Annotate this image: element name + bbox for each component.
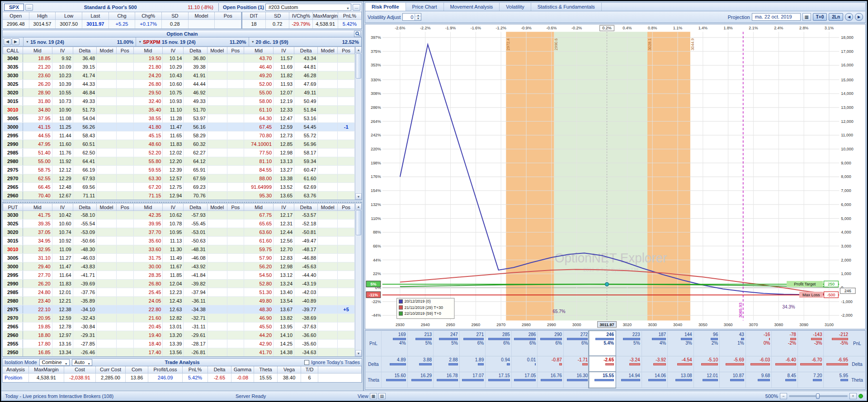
layout-list-icon[interactable]: ▤	[378, 393, 386, 399]
chain-cell[interactable]: 34.95	[23, 237, 52, 245]
chain-cell[interactable]	[116, 323, 133, 331]
chain-cell[interactable]: 59.55	[133, 166, 163, 174]
chain-cell[interactable]: 24.80	[23, 288, 52, 297]
chain-cell[interactable]	[338, 271, 355, 280]
prev-expiration-button[interactable]: ◀	[4, 38, 11, 45]
chain-cell[interactable]: 56.20	[244, 262, 274, 271]
chain-column-header[interactable]: IV	[274, 47, 294, 54]
chain-cell[interactable]: 64.30	[244, 114, 274, 123]
chain-cell[interactable]	[227, 237, 244, 245]
chain-cell[interactable]: 20.95	[23, 314, 52, 323]
chain-cell[interactable]: 3025	[3, 80, 23, 89]
chain-cell[interactable]: 31.75	[133, 254, 163, 262]
chain-cell[interactable]: 88.00	[244, 174, 274, 183]
chain-cell[interactable]	[338, 331, 355, 340]
expiration-group-3[interactable]: ▼20 dic. 19 (59)12.52%	[249, 37, 362, 46]
ignore-trades-checkbox[interactable]	[304, 360, 309, 365]
chain-cell[interactable]: 70.40	[23, 192, 52, 200]
chain-cell[interactable]	[338, 149, 355, 157]
chain-cell[interactable]: 37.05	[23, 228, 52, 237]
chain-cell[interactable]	[116, 331, 133, 340]
chain-cell[interactable]	[116, 220, 133, 228]
chain-cell[interactable]	[338, 237, 355, 245]
chain-cell[interactable]: 74.10001	[244, 140, 274, 149]
chain-cell[interactable]	[227, 340, 244, 348]
chain-column-header[interactable]: IV	[163, 47, 184, 54]
expiration-group-1[interactable]: ▼15 nov. 19 (24)11.00%	[24, 37, 136, 46]
isolation-mode-select[interactable]: Combine	[39, 359, 70, 366]
chain-cell[interactable]: 41.80	[133, 123, 163, 131]
chain-column-header[interactable]: IV	[274, 204, 294, 211]
chain-cell[interactable]	[338, 166, 355, 174]
chain-cell[interactable]: 55.00	[244, 89, 274, 97]
chain-cell[interactable]: 59.75	[244, 245, 274, 254]
chain-column-header[interactable]: Delta	[73, 204, 96, 211]
chain-cell[interactable]	[227, 89, 244, 97]
chain-cell[interactable]	[116, 245, 133, 254]
chain-cell[interactable]	[338, 254, 355, 262]
chain-cell[interactable]	[116, 71, 133, 80]
chain-cell[interactable]	[116, 271, 133, 280]
tab-movement-analysis[interactable]: Movement Analysis	[444, 3, 500, 11]
chain-cell[interactable]: 26.20	[23, 80, 52, 89]
chain-cell[interactable]: 42.90	[244, 340, 274, 348]
chain-cell[interactable]: 38.55	[133, 114, 163, 123]
chain-cell[interactable]	[116, 305, 133, 314]
chain-cell[interactable]	[227, 63, 244, 71]
chain-cell[interactable]	[227, 245, 244, 254]
chain-cell[interactable]	[227, 54, 244, 63]
option-row-call-3005[interactable]: 300537.9511.0854.0438.5511.2853.9764.301…	[3, 114, 355, 123]
chain-cell[interactable]	[227, 228, 244, 237]
chain-cell[interactable]: 2990	[3, 280, 23, 288]
option-row-put-2975[interactable]: 297522.1012.38-34.1022.8012.63-34.3848.3…	[3, 305, 355, 314]
chain-cell[interactable]: 2995	[3, 131, 23, 140]
chain-cell[interactable]: 63.30	[133, 174, 163, 183]
chain-cell[interactable]: 32.40	[133, 97, 163, 106]
chain-cell[interactable]	[338, 140, 355, 149]
chain-cell[interactable]: 84.55	[244, 166, 274, 174]
option-row-put-2955[interactable]: 295517.8013.16-27.8518.4013.39-28.1742.9…	[3, 340, 355, 348]
option-row-put-2990[interactable]: 299026.2011.83-39.6926.8012.04-39.8252.8…	[3, 280, 355, 288]
spin-down-icon[interactable]: ▼	[415, 17, 421, 20]
chain-cell[interactable]: 25.45	[133, 288, 163, 297]
chain-cell[interactable]: 41.15	[23, 123, 52, 131]
chain-cell[interactable]: 55.80	[133, 157, 163, 166]
zoom-slider-knob[interactable]	[816, 393, 820, 399]
chain-column-header[interactable]: Mid	[133, 204, 163, 211]
chain-cell[interactable]: 91.64999	[244, 183, 274, 192]
option-row-put-2960[interactable]: 296018.8012.97-29.3119.4013.20-29.6144.2…	[3, 331, 355, 340]
chain-cell[interactable]: 31.10	[23, 254, 52, 262]
option-row-call-2980[interactable]: 298055.0011.9264.4155.8012.2064.1281.101…	[3, 157, 355, 166]
chain-column-header[interactable]: Model	[97, 47, 117, 54]
chain-cell[interactable]	[338, 314, 355, 323]
chain-cell[interactable]	[116, 262, 133, 271]
chain-cell[interactable]	[227, 123, 244, 131]
chain-cell[interactable]: 2980	[3, 157, 23, 166]
chain-cell[interactable]: 63.60	[244, 228, 274, 237]
volatility-adjust-stepper[interactable]: 0 ▲▼	[402, 13, 421, 21]
chain-cell[interactable]: +5	[338, 305, 355, 314]
chain-cell[interactable]: 17.40	[133, 348, 163, 357]
chain-cell[interactable]	[338, 348, 355, 357]
chain-cell[interactable]: 45.15	[133, 131, 163, 140]
chain-cell[interactable]: 2955	[3, 340, 23, 348]
chain-cell[interactable]	[227, 271, 244, 280]
chain-cell[interactable]: 46.40	[244, 63, 274, 71]
chain-cell[interactable]: 45.50	[244, 323, 274, 331]
chain-column-header[interactable]: Model	[97, 204, 117, 211]
put-column-header[interactable]: PUT	[3, 204, 23, 211]
chain-cell[interactable]: 3040	[3, 54, 23, 63]
search-icon[interactable]	[354, 31, 361, 37]
chain-cell[interactable]: 20.45	[133, 323, 163, 331]
chain-cell[interactable]: 51.40	[23, 149, 52, 157]
chain-cell[interactable]: 21.60	[133, 314, 163, 323]
chain-cell[interactable]: 49.20	[244, 71, 274, 80]
chain-cell[interactable]: 49.80	[244, 297, 274, 305]
symbol-tab[interactable]: SPX	[4, 4, 24, 11]
chain-cell[interactable]: 44.20	[244, 331, 274, 340]
put-scrollbar[interactable]: ▲ ▼	[355, 203, 362, 356]
chain-cell[interactable]	[338, 192, 355, 200]
chain-cell[interactable]: 3005	[3, 254, 23, 262]
chain-cell[interactable]	[116, 63, 133, 71]
position-more-button[interactable]: ...	[353, 4, 360, 11]
